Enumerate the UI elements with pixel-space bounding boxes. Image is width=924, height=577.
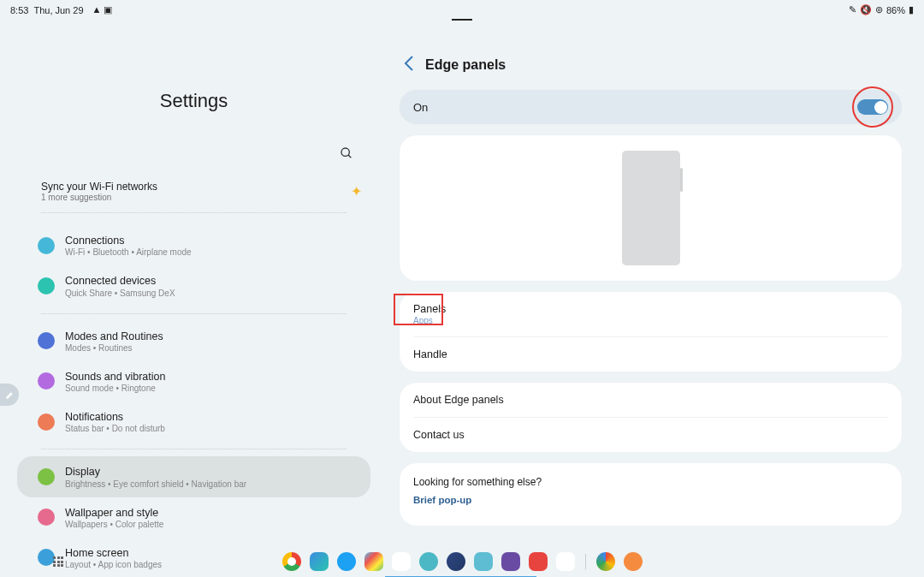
settings-item-sub: Modes • Routines bbox=[65, 343, 163, 353]
settings-item-icon bbox=[38, 413, 55, 431]
settings-item-icon bbox=[38, 277, 55, 294]
wifi-icon: ⊚ bbox=[875, 4, 883, 15]
photos-icon[interactable] bbox=[596, 552, 615, 571]
preview-card bbox=[400, 135, 902, 281]
settings-item-title: Connected devices bbox=[65, 274, 175, 288]
page-title: Edge panels bbox=[425, 57, 506, 73]
sync-sub: 1 more suggestion bbox=[41, 193, 157, 202]
panels-handle-card: Panels Apps Handle bbox=[400, 292, 902, 372]
svg-line-1 bbox=[348, 155, 351, 158]
settings-item-icon bbox=[38, 509, 55, 526]
settings-item-icon bbox=[38, 332, 55, 349]
status-date: Thu, Jun 29 bbox=[33, 5, 83, 15]
app-icon-9[interactable] bbox=[501, 552, 520, 571]
settings-item-title: Sounds and vibration bbox=[65, 370, 165, 384]
toggle-label: On bbox=[413, 101, 428, 114]
status-left: 8:53 Thu, Jun 29 ▲ ▣ bbox=[10, 4, 112, 15]
settings-item-wallpaper-and-style[interactable]: Wallpaper and style Wallpapers • Color p… bbox=[17, 497, 370, 538]
sparkle-icon: ✦ bbox=[351, 183, 362, 199]
about-contact-card: About Edge panels Contact us bbox=[400, 383, 902, 452]
app-icon-8[interactable] bbox=[474, 552, 493, 571]
handle-item[interactable]: Handle bbox=[400, 337, 902, 372]
search-icon[interactable] bbox=[340, 146, 353, 164]
settings-item-title: Connections bbox=[65, 234, 192, 247]
dock bbox=[0, 546, 924, 577]
sync-suggestion[interactable]: Sync your Wi-Fi networks 1 more suggesti… bbox=[17, 175, 370, 212]
sync-title: Sync your Wi-Fi networks bbox=[41, 181, 157, 193]
settings-item-sub: Sound mode • Ringtone bbox=[65, 384, 165, 393]
settings-item-sub: Quick Share • Samsung DeX bbox=[65, 288, 175, 298]
mute-icon: 🔇 bbox=[860, 4, 872, 15]
settings-item-display[interactable]: Display Brightness • Eye comfort shield … bbox=[17, 456, 370, 497]
settings-item-notifications[interactable]: Notifications Status bar • Do not distur… bbox=[17, 402, 370, 442]
settings-item-icon bbox=[38, 372, 55, 390]
back-icon[interactable] bbox=[403, 54, 415, 76]
app-icon-10[interactable] bbox=[529, 552, 548, 571]
slack-icon[interactable] bbox=[392, 552, 411, 571]
looking-card: Looking for something else? Brief pop-up bbox=[400, 463, 902, 526]
twitter-icon[interactable] bbox=[337, 552, 356, 571]
settings-item-sub: Brightness • Eye comfort shield • Naviga… bbox=[65, 479, 246, 489]
settings-item-title: Modes and Routines bbox=[65, 330, 163, 343]
app-icon-6[interactable] bbox=[419, 552, 438, 571]
settings-item-sounds-and-vibration[interactable]: Sounds and vibration Sound mode • Ringto… bbox=[17, 361, 370, 402]
toggle-switch[interactable] bbox=[857, 99, 888, 115]
settings-item-icon bbox=[38, 468, 55, 485]
battery-pct: 86% bbox=[886, 5, 905, 15]
looking-title: Looking for something else? bbox=[413, 476, 888, 488]
settings-item-icon bbox=[38, 237, 55, 254]
chrome-icon[interactable] bbox=[282, 552, 301, 571]
battery-icon: ▮ bbox=[909, 4, 914, 15]
settings-item-modes-and-routines[interactable]: Modes and Routines Modes • Routines bbox=[17, 321, 370, 361]
settings-item-sub: Wi-Fi • Bluetooth • Airplane mode bbox=[65, 247, 192, 257]
dex-icon[interactable] bbox=[624, 552, 643, 571]
about-item[interactable]: About Edge panels bbox=[400, 383, 902, 417]
panels-item[interactable]: Panels Apps bbox=[400, 292, 902, 336]
settings-item-connections[interactable]: Connections Wi-Fi • Bluetooth • Airplane… bbox=[17, 225, 370, 265]
settings-title: Settings bbox=[17, 90, 370, 112]
contact-item[interactable]: Contact us bbox=[400, 418, 902, 452]
brief-popup-link[interactable]: Brief pop-up bbox=[413, 495, 888, 505]
phone-preview bbox=[622, 151, 680, 265]
app-drawer-icon[interactable] bbox=[53, 556, 63, 567]
dock-divider bbox=[585, 554, 586, 569]
app-icon-11[interactable] bbox=[556, 552, 575, 571]
settings-item-title: Display bbox=[65, 465, 246, 479]
play-store-icon[interactable] bbox=[364, 552, 383, 571]
image-icon: ▣ bbox=[104, 4, 112, 15]
status-time: 8:53 bbox=[10, 5, 28, 15]
settings-item-sub: Status bar • Do not disturb bbox=[65, 424, 165, 433]
settings-item-title: Wallpaper and style bbox=[65, 506, 163, 520]
settings-item-title: Notifications bbox=[65, 410, 165, 424]
app-icon-2[interactable] bbox=[310, 552, 329, 571]
svg-point-0 bbox=[341, 148, 349, 156]
warning-icon: ▲ bbox=[92, 4, 102, 15]
settings-item-sub: Wallpapers • Color palette bbox=[65, 520, 163, 529]
app-icon-7[interactable] bbox=[447, 552, 465, 571]
settings-item-connected-devices[interactable]: Connected devices Quick Share • Samsung … bbox=[17, 265, 370, 306]
top-handle[interactable] bbox=[452, 19, 472, 21]
status-right: ✎ 🔇 ⊚ 86% ▮ bbox=[849, 4, 914, 15]
pen-icon: ✎ bbox=[849, 4, 856, 15]
master-toggle-card[interactable]: On bbox=[400, 90, 902, 124]
